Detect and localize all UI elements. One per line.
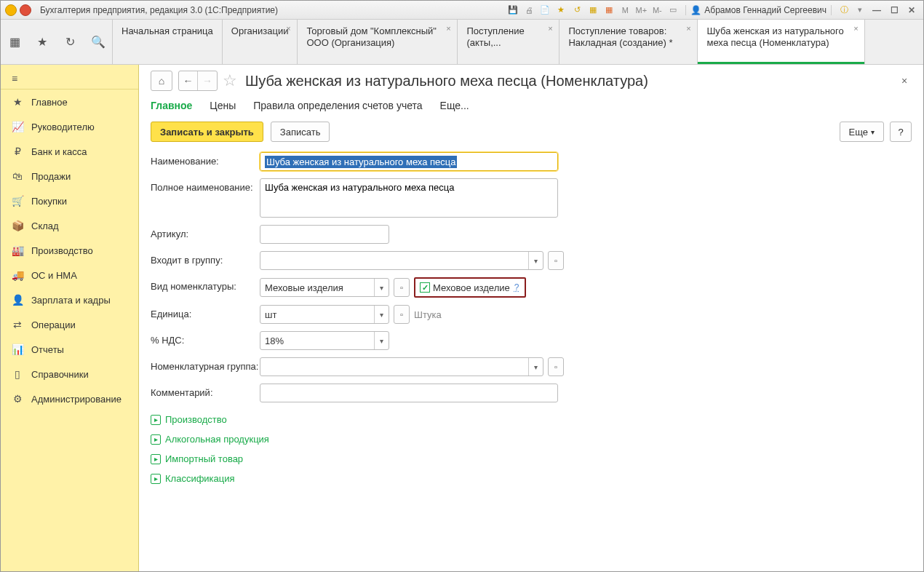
fur-checkbox-label: Меховое изделие	[433, 282, 510, 293]
close-icon[interactable]: ×	[546, 24, 554, 33]
fur-checkbox[interactable]: ✓	[420, 282, 430, 293]
close-icon[interactable]: ×	[684, 24, 693, 33]
label-full-name: Полное наименование:	[151, 178, 260, 193]
expander-classification[interactable]: ▸ Классификация	[151, 473, 912, 484]
m-plus-button[interactable]: М+	[634, 4, 648, 16]
expander-import[interactable]: ▸ Импортный товар	[151, 453, 912, 464]
sidebar-item-hr[interactable]: 👤 Зарплата и кадры	[1, 287, 138, 312]
sidebar-item-assets[interactable]: 🚚 ОС и НМА	[1, 263, 138, 287]
nom-group-combo[interactable]: ▾	[260, 357, 543, 376]
star-outline-icon[interactable]: ★	[36, 36, 49, 49]
expander-alcohol[interactable]: ▸ Алкогольная продукция	[151, 434, 912, 445]
app-window: Бухгалтерия предприятия, редакция 3.0 (1…	[0, 0, 924, 572]
sidebar-item-directories[interactable]: ▯ Справочники	[1, 362, 138, 386]
sidebar-item-warehouse[interactable]: 📦 Склад	[1, 213, 138, 238]
home-button[interactable]: ⌂	[151, 71, 172, 91]
expander-production[interactable]: ▸ Производство	[151, 414, 912, 425]
sidebar-item-sales[interactable]: 🛍 Продажи	[1, 164, 138, 188]
unit-hint: Штука	[414, 309, 442, 320]
sku-input[interactable]	[260, 225, 389, 244]
sub-tab-rules[interactable]: Правила определения счетов учета	[253, 100, 422, 114]
sidebar-item-production[interactable]: 🏭 Производство	[1, 238, 138, 263]
user-indicator[interactable]: 👤 Абрамов Геннадий Сергеевич	[685, 5, 832, 15]
forward-button[interactable]: →	[198, 71, 217, 90]
nom-group-open-button[interactable]: ▫	[548, 357, 564, 376]
comment-input[interactable]	[260, 384, 558, 402]
search-icon[interactable]: 🔍	[92, 36, 105, 49]
info-dropdown-icon[interactable]: ▾	[853, 4, 867, 16]
chevron-down-icon[interactable]: ▾	[374, 332, 389, 349]
bag-icon: 🛍	[11, 170, 24, 183]
app-dropdown-icon[interactable]	[20, 4, 31, 16]
favorite-star-icon[interactable]: ☆	[223, 74, 236, 87]
save-close-button[interactable]: Записать и закрыть	[151, 122, 263, 142]
sidebar-item-label: Главное	[31, 97, 68, 108]
save-icon[interactable]: 💾	[506, 4, 519, 16]
chevron-right-icon: ▸	[151, 454, 161, 464]
close-icon[interactable]: ×	[444, 24, 453, 33]
sidebar-item-admin[interactable]: ⚙ Администрирование	[1, 386, 138, 411]
sidebar-item-bank[interactable]: ₽ Банк и касса	[1, 139, 138, 164]
group-combo[interactable]: ▾	[260, 251, 543, 270]
unit-open-button[interactable]: ▫	[394, 305, 410, 324]
m-button[interactable]: М	[618, 4, 632, 16]
vat-combo[interactable]: 18% ▾	[260, 331, 389, 350]
main-tab-start[interactable]: Начальная страница	[113, 20, 223, 64]
sub-tab-main[interactable]: Главное	[151, 100, 192, 114]
close-icon[interactable]: ×	[851, 24, 860, 33]
print-icon[interactable]: 🖨	[522, 4, 535, 16]
unit-combo[interactable]: шт ▾	[260, 305, 389, 324]
favorite-icon[interactable]: ★	[554, 4, 567, 16]
main-tab-invoice[interactable]: Поступление товаров: Накладная (создание…	[559, 20, 698, 64]
sidebar-item-main[interactable]: ★ Главное	[1, 90, 138, 114]
more-button[interactable]: Еще ▾	[840, 122, 884, 142]
sidebar-item-operations[interactable]: ⇄ Операции	[1, 312, 138, 337]
history-icon[interactable]: ↺	[570, 4, 584, 16]
group-open-button[interactable]: ▫	[548, 251, 564, 270]
main-tab-orgs[interactable]: Организации ×	[223, 20, 298, 64]
window-maximize-button[interactable]: ☐	[887, 4, 901, 16]
label-vat: % НДС:	[151, 331, 260, 346]
help-link[interactable]: ?	[514, 282, 519, 293]
chevron-down-icon[interactable]: ▾	[374, 306, 389, 323]
back-button[interactable]: ←	[179, 71, 198, 90]
chevron-down-icon[interactable]: ▾	[528, 358, 543, 376]
sidebar-item-label: Операции	[31, 319, 76, 330]
window-close-button[interactable]: ✕	[904, 4, 919, 16]
sub-tab-more[interactable]: Еще...	[440, 100, 469, 114]
user-name: Абрамов Геннадий Сергеевич	[704, 5, 827, 15]
label-name: Наименование:	[151, 152, 260, 167]
help-button[interactable]: ?	[890, 122, 912, 142]
info-icon[interactable]: ⓘ	[837, 4, 851, 16]
calendar-icon[interactable]: ▦	[602, 4, 616, 16]
chevron-down-icon[interactable]: ▾	[528, 252, 543, 269]
close-icon[interactable]: ×	[284, 24, 292, 33]
name-input[interactable]: Шуба женская из натурального меха песца	[260, 152, 558, 171]
sidebar-toggle[interactable]: ≡	[1, 68, 138, 90]
bars-icon: 📊	[11, 343, 24, 356]
content-area: ⌂ ← → ☆ Шуба женская из натурального мех…	[139, 65, 923, 571]
save-button[interactable]: Записать	[271, 122, 330, 142]
kind-open-button[interactable]: ▫	[394, 278, 410, 297]
sidebar-item-manager[interactable]: 📈 Руководителю	[1, 114, 138, 139]
sidebar-item-label: Продажи	[31, 171, 71, 182]
main-tab-receipts[interactable]: Поступление (акты,... ×	[458, 20, 559, 64]
history-nav-icon[interactable]: ↻	[64, 36, 77, 49]
doc-icon[interactable]: 📄	[538, 4, 551, 16]
m-minus-button[interactable]: М-	[650, 4, 664, 16]
full-name-input[interactable]	[260, 178, 558, 218]
main-tab-fur-coat[interactable]: Шуба женская из натурального меха песца …	[698, 20, 865, 64]
main-tab-trading[interactable]: Торговый дом "Комплексный" ООО (Организа…	[298, 20, 458, 64]
apps-icon[interactable]: ▦	[8, 36, 21, 49]
chevron-down-icon[interactable]: ▾	[374, 279, 389, 296]
sidebar-item-reports[interactable]: 📊 Отчеты	[1, 337, 138, 362]
kind-combo[interactable]: Меховые изделия ▾	[260, 278, 389, 297]
panel-icon[interactable]: ▭	[666, 4, 680, 16]
sub-tab-prices[interactable]: Цены	[210, 100, 236, 114]
sidebar: ≡ ★ Главное 📈 Руководителю ₽ Банк и касс…	[1, 65, 139, 571]
calc-icon[interactable]: ▦	[586, 4, 600, 16]
sidebar-item-purchases[interactable]: 🛒 Покупки	[1, 188, 138, 213]
label-unit: Единица:	[151, 305, 260, 319]
close-page-button[interactable]: ×	[897, 74, 912, 88]
window-minimize-button[interactable]: —	[869, 4, 884, 16]
